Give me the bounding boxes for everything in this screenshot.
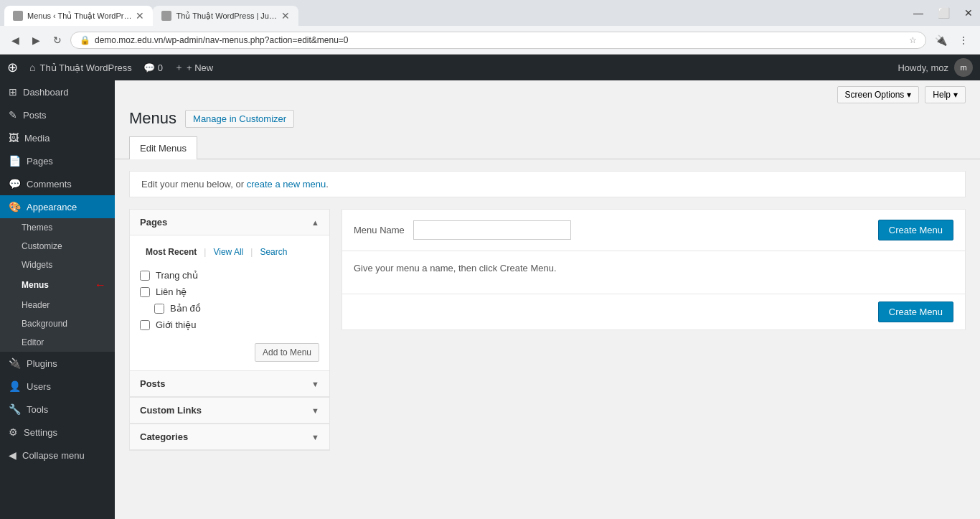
browser-tab-2[interactable]: Thủ Thuật WordPress | Ju… ✕ <box>153 6 298 26</box>
minimize-button[interactable]: — <box>906 4 930 22</box>
menu-footer: Create Menu <box>341 294 966 330</box>
red-arrow-icon: ← <box>95 279 106 291</box>
sidebar-item-comments[interactable]: 💬 Comments <box>0 172 115 195</box>
checkbox-trang-chu[interactable] <box>140 271 150 281</box>
toolbar-icons: 🔌 ⋮ <box>930 32 973 49</box>
menu-left-panel: Pages ▲ Most Recent | View All | Search <box>129 209 330 451</box>
pages-section-title: Pages <box>140 217 167 228</box>
checkbox-lien-he[interactable] <box>140 287 150 297</box>
menu-icon[interactable]: ⋮ <box>954 32 973 49</box>
plugins-icon: 🔌 <box>9 357 21 369</box>
create-menu-button-top[interactable]: Create Menu <box>878 220 953 240</box>
checkbox-ban-do[interactable] <box>154 304 164 314</box>
wp-sidebar: ⊞ Dashboard ✎ Posts 🖼 Media 📄 Pages 💬 Co… <box>0 80 115 519</box>
checkbox-gioi-thieu[interactable] <box>140 320 150 330</box>
sidebar-item-users[interactable]: 👤 Users <box>0 375 115 398</box>
sidebar-item-plugins[interactable]: 🔌 Plugins <box>0 352 115 375</box>
notice-end: . <box>326 179 329 190</box>
pages-icon: 📄 <box>9 155 21 167</box>
menus-label: Menus <box>22 280 49 290</box>
sidebar-item-widgets[interactable]: Widgets <box>0 256 115 274</box>
wp-main: Screen Options ▾ Help ▾ Menus Manage in … <box>115 80 980 519</box>
close-tab-2[interactable]: ✕ <box>281 10 290 22</box>
posts-accordion: Posts ▼ <box>129 371 330 398</box>
categories-accordion-header[interactable]: Categories ▼ <box>130 424 329 450</box>
label-lien-he: Liên hệ <box>156 286 187 297</box>
filter-tab-most-recent[interactable]: Most Recent <box>140 244 202 260</box>
help-label: Help <box>933 90 951 100</box>
sidebar-item-collapse[interactable]: ◀ Collapse menu <box>0 444 115 467</box>
tab-favicon-2 <box>161 11 171 21</box>
sidebar-label-appearance: Appearance <box>27 202 77 212</box>
address-bar[interactable]: 🔒 demo.moz.edu.vn/wp-admin/nav-menus.php… <box>70 32 926 49</box>
create-new-menu-link[interactable]: create a new menu <box>247 179 326 190</box>
help-button[interactable]: Help ▾ <box>925 86 966 103</box>
pages-accordion-arrow: ▲ <box>311 218 319 227</box>
sidebar-item-appearance[interactable]: 🎨 Appearance <box>0 195 115 218</box>
filter-tab-search[interactable]: Search <box>254 244 293 260</box>
page-item-trang-chu: Trang chủ <box>140 267 319 284</box>
star-icon[interactable]: ☆ <box>909 35 917 45</box>
custom-links-section-title: Custom Links <box>140 405 202 416</box>
custom-links-accordion-header[interactable]: Custom Links ▼ <box>130 398 329 424</box>
users-icon: 👤 <box>9 380 21 392</box>
add-to-menu-button[interactable]: Add to Menu <box>255 343 319 362</box>
sidebar-item-background[interactable]: Background <box>0 314 115 333</box>
comments-count: 0 <box>158 62 163 73</box>
page-filter-tabs: Most Recent | View All | Search <box>140 244 319 260</box>
sidebar-item-posts[interactable]: ✎ Posts <box>0 103 115 126</box>
back-button[interactable]: ◀ <box>7 32 24 49</box>
label-gioi-thieu: Giới thiệu <box>156 319 196 330</box>
browser-chrome: Menus ‹ Thủ Thuật WordPr… ✕ Thủ Thuật Wo… <box>0 0 980 55</box>
menu-right-panel: Menu Name Create Menu Give your menu a n… <box>341 209 966 451</box>
create-menu-button-bottom[interactable]: Create Menu <box>878 301 953 322</box>
page-item-lien-he: Liên hệ <box>140 284 319 300</box>
sidebar-label-plugins: Plugins <box>27 358 57 369</box>
media-icon: 🖼 <box>9 132 19 144</box>
sidebar-item-pages[interactable]: 📄 Pages <box>0 149 115 172</box>
sidebar-item-settings[interactable]: ⚙ Settings <box>0 421 115 444</box>
sidebar-item-header[interactable]: Header <box>0 296 115 314</box>
categories-section-title: Categories <box>140 431 188 442</box>
reload-button[interactable]: ↻ <box>49 32 66 49</box>
howdy-text: Howdy, moz <box>897 62 948 73</box>
wp-layout: ⊞ Dashboard ✎ Posts 🖼 Media 📄 Pages 💬 Co… <box>0 80 980 519</box>
menu-name-input[interactable] <box>413 220 571 240</box>
sidebar-label-settings: Settings <box>24 427 57 438</box>
tab-title-2: Thủ Thuật WordPress | Ju… <box>176 11 277 21</box>
address-text: demo.moz.edu.vn/wp-admin/nav-menus.php?a… <box>95 35 905 45</box>
lock-icon: 🔒 <box>80 35 90 45</box>
forward-button[interactable]: ▶ <box>28 32 44 49</box>
howdy-greeting[interactable]: Howdy, moz m <box>897 58 973 77</box>
home-icon: ⌂ <box>29 62 35 73</box>
site-name[interactable]: ⌂ Thủ Thuật WordPress <box>29 62 132 73</box>
manage-customizer-button[interactable]: Manage in Customizer <box>185 110 294 128</box>
sidebar-item-customize[interactable]: Customize <box>0 237 115 256</box>
filter-tab-view-all[interactable]: View All <box>207 244 249 260</box>
sidebar-item-dashboard[interactable]: ⊞ Dashboard <box>0 80 115 103</box>
window-controls: — ⬜ ✕ <box>906 4 980 22</box>
site-name-text: Thủ Thuật WordPress <box>39 62 131 73</box>
screen-options-button[interactable]: Screen Options ▾ <box>837 86 920 103</box>
pages-accordion-header[interactable]: Pages ▲ <box>130 210 329 235</box>
comments-bubble[interactable]: 💬 0 <box>143 62 163 73</box>
maximize-button[interactable]: ⬜ <box>930 4 957 22</box>
tab-edit-menus[interactable]: Edit Menus <box>129 136 197 159</box>
close-tab-1[interactable]: ✕ <box>136 10 144 22</box>
sidebar-item-media[interactable]: 🖼 Media <box>0 126 115 149</box>
instruction-text: Give your menu a name, then click Create… <box>354 263 557 273</box>
settings-icon: ⚙ <box>9 426 18 438</box>
sidebar-item-tools[interactable]: 🔧 Tools <box>0 398 115 421</box>
sidebar-item-themes[interactable]: Themes <box>0 218 115 237</box>
help-arrow: ▾ <box>953 90 958 100</box>
screen-options-arrow: ▾ <box>907 90 911 100</box>
browser-tab-1[interactable]: Menus ‹ Thủ Thuật WordPr… ✕ <box>4 6 153 26</box>
sidebar-item-editor[interactable]: Editor <box>0 333 115 352</box>
posts-section-title: Posts <box>140 378 165 389</box>
sidebar-item-menus[interactable]: Menus ← <box>0 274 115 296</box>
posts-accordion-header[interactable]: Posts ▼ <box>130 371 329 397</box>
wp-logo-icon[interactable]: ⊕ <box>7 60 18 75</box>
new-content-button[interactable]: ＋ + New <box>174 61 213 74</box>
extensions-icon[interactable]: 🔌 <box>930 32 951 49</box>
close-window-button[interactable]: ✕ <box>957 4 980 22</box>
